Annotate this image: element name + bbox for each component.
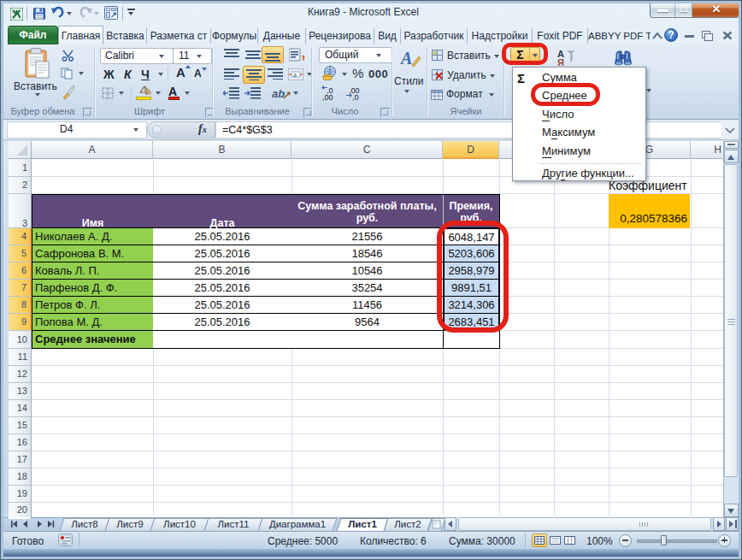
svg-text:Я: Я xyxy=(557,57,564,67)
svg-text:ab: ab xyxy=(272,87,285,100)
svg-text:,0: ,0 xyxy=(352,93,359,101)
svg-text:A: A xyxy=(400,49,412,68)
svg-text:a: a xyxy=(293,72,297,78)
svg-text:,00: ,00 xyxy=(322,93,333,101)
